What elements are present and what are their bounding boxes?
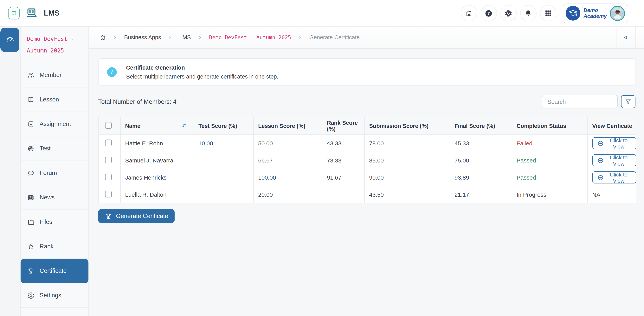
cell-rank: 73.33	[322, 152, 364, 169]
apps-grid-button[interactable]	[540, 5, 556, 21]
sidebar-item-rank[interactable]: Rank	[20, 234, 88, 259]
arrow-circle-right-icon	[597, 140, 604, 146]
breadcrumb-item-2[interactable]: LMS	[179, 34, 191, 40]
sidebar-item-test[interactable]: Test	[20, 136, 88, 161]
table-row: Luella R. Dalton20.0043.5021.17In Progre…	[98, 186, 636, 203]
row-checkbox-cell	[98, 152, 120, 169]
sidebar-item-label: Rank	[40, 243, 54, 250]
funnel-icon	[625, 98, 632, 105]
dashboard-gauge-icon	[5, 35, 14, 45]
column-header-label: Final Score (%)	[454, 123, 495, 129]
sidebar-item-label: Settings	[40, 292, 61, 299]
row-checkbox-cell	[98, 169, 120, 186]
cell-name: Luella R. Dalton	[120, 186, 194, 203]
cell-final: 93.89	[450, 169, 512, 186]
cell-rank: 43.33	[322, 135, 364, 152]
view-certificate-cell: NA	[587, 186, 636, 203]
info-banner: i Certificate Generation Select multiple…	[98, 58, 636, 86]
sidebar-item-label: News	[40, 194, 55, 201]
bell-icon	[524, 9, 532, 17]
filter-button[interactable]	[621, 95, 636, 108]
cell-test	[194, 186, 253, 203]
sort-icon	[180, 122, 187, 129]
column-header-0[interactable]: Name	[120, 117, 194, 135]
column-header-label: Rank Score (%)	[327, 120, 358, 132]
name-sort-control[interactable]	[180, 122, 187, 130]
academy-menu[interactable]: DemoAcademy	[563, 3, 628, 23]
cell-submission: 43.50	[364, 186, 450, 203]
header-checkbox-cell	[98, 117, 120, 135]
summary-row: Total Number of Members: 4	[98, 95, 636, 108]
sidebar-item-label: Files	[40, 218, 52, 225]
cell-lesson: 20.00	[253, 186, 322, 203]
cell-test	[194, 152, 253, 169]
sidebar-toggle-button[interactable]	[8, 7, 20, 20]
sidebar-item-assignment[interactable]: Assignment	[20, 112, 88, 136]
cell-final: 45.33	[450, 135, 512, 152]
column-header-1: Test Score (%)	[194, 117, 253, 135]
certificate-trophy-icon	[27, 267, 34, 275]
dashboard-tile[interactable]	[0, 28, 20, 52]
sidebar-item-forum[interactable]: Forum	[20, 161, 88, 185]
cell-test	[194, 169, 253, 186]
help-button[interactable]: ?	[481, 5, 497, 21]
select-all-checkbox[interactable]	[105, 122, 112, 129]
cell-rank: 91.67	[322, 169, 364, 186]
sidebar-item-certificate[interactable]: Certificate	[20, 259, 88, 283]
body: Demo DevFest - Autumn 2025 MemberLessonA…	[0, 27, 644, 316]
cell-final: 21.17	[450, 186, 512, 203]
cell-name: James Henricks	[120, 169, 194, 186]
bell-button[interactable]	[520, 5, 536, 21]
column-header-label: View Cerificate	[592, 123, 632, 129]
column-header-4: Submission Score (%)	[364, 117, 450, 135]
members-icon	[27, 71, 34, 79]
home-button[interactable]	[461, 5, 477, 21]
graduation-cap-icon	[566, 6, 580, 21]
arrow-circle-right-icon	[597, 174, 604, 181]
rank-star-icon	[27, 243, 34, 250]
arrow-circle-right-icon	[597, 157, 604, 164]
row-checkbox[interactable]	[105, 156, 112, 163]
row-checkbox-cell	[98, 186, 120, 203]
row-checkbox[interactable]	[105, 174, 112, 180]
status-cell: In Progress	[512, 186, 587, 203]
row-checkbox[interactable]	[105, 191, 112, 197]
click-to-view-label: Click to View	[606, 137, 631, 149]
column-header-3: Rank Score (%)	[322, 117, 364, 135]
sidebar-item-lesson[interactable]: Lesson	[20, 87, 88, 112]
column-header-label: Lesson Score (%)	[258, 123, 305, 129]
top-bar-right: ? DemoAcademy	[461, 3, 644, 23]
sidebar-nav: MemberLessonAssignmentTestForumNewsFiles…	[20, 63, 88, 308]
cell-submission: 90.00	[364, 169, 450, 186]
click-to-view-button[interactable]: Click to View	[592, 172, 636, 184]
breadcrumb: Business AppsLMSDemo DevFest - Autumn 20…	[106, 34, 360, 40]
sidebar-item-member[interactable]: Member	[20, 63, 88, 87]
breadcrumb-home-icon[interactable]	[99, 34, 106, 41]
click-to-view-label: Click to View	[606, 171, 631, 184]
collapse-panel-button[interactable]	[616, 27, 636, 48]
sidebar-item-files[interactable]: Files	[20, 210, 88, 234]
generate-certificate-button[interactable]: Generate Cerificate	[98, 209, 175, 223]
row-checkbox[interactable]	[105, 139, 112, 146]
click-to-view-button[interactable]: Click to View	[592, 154, 636, 166]
click-to-view-button[interactable]: Click to View	[592, 137, 636, 149]
view-certificate-cell: Click to View	[587, 152, 636, 169]
column-header-7: View Cerificate	[587, 117, 636, 135]
info-icon: i	[107, 67, 117, 77]
chevron-right-icon	[198, 35, 202, 40]
collapse-left-icon	[622, 34, 630, 41]
breadcrumb-item-3[interactable]: Demo DevFest - Autumn 2025	[209, 34, 291, 40]
search-input[interactable]	[542, 95, 618, 108]
table-row: Samuel J. Navarra66.6773.3385.0075.00Pas…	[98, 152, 636, 169]
sidebar-item-news[interactable]: News	[20, 185, 88, 210]
column-header-2: Lesson Score (%)	[253, 117, 322, 135]
breadcrumb-item-1[interactable]: Business Apps	[124, 34, 161, 40]
settings-gear-button[interactable]	[500, 5, 517, 21]
cell-name: Samuel J. Navarra	[120, 152, 194, 169]
course-sidebar: Demo DevFest - Autumn 2025 MemberLessonA…	[20, 27, 89, 316]
cell-lesson: 50.00	[253, 135, 322, 152]
chevron-right-icon	[168, 35, 173, 40]
table-header-row: NameTest Score (%)Lesson Score (%)Rank S…	[98, 117, 636, 135]
sidebar-item-settings[interactable]: Settings	[20, 283, 88, 308]
top-bar: LMS ? DemoAcademy	[0, 0, 644, 27]
